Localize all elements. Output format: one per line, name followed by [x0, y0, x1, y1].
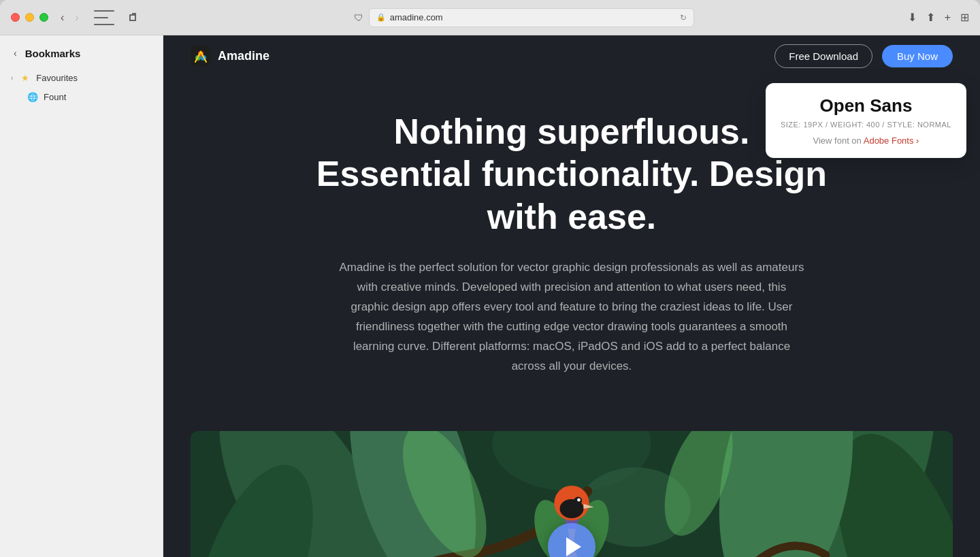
nav-buttons: ‹ › — [56, 9, 83, 27]
hero-description: Amadine is the perfect solution for vect… — [337, 258, 806, 376]
chevron-right-icon: › — [11, 74, 13, 82]
star-icon: ★ — [20, 72, 31, 83]
sidebar-item-fount[interactable]: 🌐 Fount — [0, 87, 163, 106]
amadine-logo-icon — [191, 46, 211, 66]
sidebar-item-label-favourites: Favourites — [36, 73, 78, 83]
play-icon — [566, 537, 581, 556]
forward-button[interactable]: › — [71, 9, 82, 27]
sidebar-header: ‹ Bookmarks — [0, 41, 163, 68]
add-tab-icon[interactable]: + — [945, 12, 951, 24]
font-info-popup: Open Sans SIZE: 19PX / WEIGHT: 400 / STY… — [766, 83, 966, 158]
lock-icon: 🔒 — [376, 13, 386, 22]
browser-window: ‹ › 🛡 🔒 amadine.com ↻ — [0, 0, 980, 557]
fullscreen-button[interactable] — [39, 13, 48, 22]
close-button[interactable] — [11, 13, 20, 22]
sidebar-back-button[interactable]: ‹ — [11, 46, 20, 60]
site-logo: Amadine — [191, 46, 270, 66]
video-container[interactable] — [191, 431, 953, 557]
font-link-text: View font on Adobe Fonts › — [781, 136, 951, 146]
site-name: Amadine — [218, 49, 270, 63]
tab-overview-icon[interactable]: ⊞ — [960, 11, 969, 24]
address-bar-container: 🛡 🔒 amadine.com ↻ — [148, 8, 900, 27]
sidebar-item-favourites[interactable]: › ★ Favourites — [0, 68, 163, 87]
toolbar-right: ⬇ ⬆ + ⊞ — [908, 11, 969, 24]
privacy-shield-icon: 🛡 — [354, 12, 363, 23]
adobe-fonts-link[interactable]: Adobe Fonts › — [864, 136, 919, 146]
hero-title: Nothing superfluous. Essential functiona… — [313, 110, 830, 238]
share-icon[interactable]: ⬆ — [926, 11, 935, 24]
website-nav: Amadine Free Download Buy Now Open Sans … — [163, 35, 980, 76]
play-button-container — [191, 431, 953, 557]
minimize-button[interactable] — [25, 13, 34, 22]
sidebar-title: Bookmarks — [25, 48, 81, 59]
back-button[interactable]: ‹ — [56, 9, 68, 27]
browser-body: ‹ Bookmarks › ★ Favourites 🌐 Fount — [0, 35, 980, 557]
free-download-button[interactable]: Free Download — [774, 44, 872, 68]
download-icon[interactable]: ⬇ — [908, 11, 917, 24]
sidebar: ‹ Bookmarks › ★ Favourites 🌐 Fount — [0, 35, 163, 557]
url-text: amadine.com — [390, 12, 443, 22]
font-name: Open Sans — [781, 95, 951, 116]
title-bar: ‹ › 🛡 🔒 amadine.com ↻ — [0, 0, 980, 35]
reload-icon[interactable]: ↻ — [680, 13, 687, 22]
sidebar-item-label-fount: Fount — [44, 92, 66, 102]
sidebar-toggle[interactable] — [94, 10, 114, 25]
website-content: Amadine Free Download Buy Now Open Sans … — [163, 35, 980, 557]
font-meta: SIZE: 19PX / WEIGHT: 400 / STYLE: NORMAL — [781, 121, 951, 129]
buy-now-button[interactable]: Buy Now — [882, 45, 953, 67]
play-button[interactable] — [548, 523, 595, 557]
nav-actions: Free Download Buy Now — [774, 44, 953, 68]
screen-capture-icon[interactable] — [125, 11, 140, 25]
address-bar[interactable]: 🔒 amadine.com ↻ — [369, 8, 694, 27]
traffic-lights — [11, 13, 48, 22]
globe-icon: 🌐 — [27, 91, 38, 102]
